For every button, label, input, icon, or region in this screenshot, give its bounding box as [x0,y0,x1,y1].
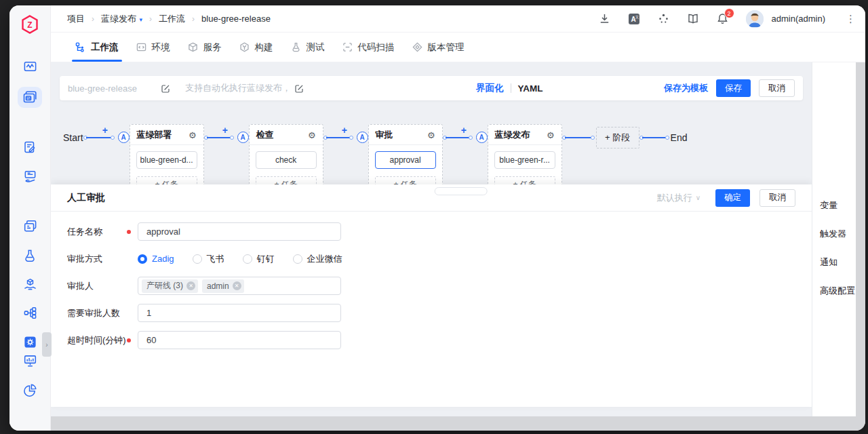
sidebar-collapse-handle[interactable]: › [42,332,52,357]
add-stage-plus-icon[interactable]: + [222,125,228,136]
radio-wecom[interactable]: 企业微信 [293,253,342,265]
confirm-button[interactable]: 确定 [715,189,750,207]
pipeline-end-label: End [671,132,688,143]
add-stage-button[interactable]: + 阶段 [596,127,639,149]
task-blue-green-deploy[interactable]: blue-green-d... [136,151,197,169]
timeout-input[interactable] [138,331,341,349]
approval-marker-icon[interactable]: A [237,132,249,143]
breadcrumb: 项目 › 蓝绿发布 ▾ › 工作流 › blue-gree-release [67,13,271,25]
tab-code-scan[interactable]: 代码扫描 [334,33,403,62]
tab-version[interactable]: 版本管理 [403,33,473,62]
approval-config-panel: 人工审批 默认执行∨ 确定 取消 任务名称 审批方式 [51,184,812,407]
workflow-description-text: 支持自动化执行蓝绿发布， [185,82,291,94]
build-icon [239,42,250,52]
stage-card-approval[interactable]: 审批⚙ approval + 任务 [368,124,443,193]
svg-text:文: 文 [635,14,639,18]
sidebar-item-settings[interactable] [18,333,41,351]
tab-workflow[interactable]: 工作流 [66,33,127,62]
stage-card-blue-green-deploy[interactable]: 蓝绿部署⚙ blue-green-d... + 任务 [130,124,204,193]
stage-settings-gear-icon[interactable]: ⚙ [189,131,197,140]
approval-marker-icon[interactable]: A [357,132,368,143]
panel-cancel-button[interactable]: 取消 [760,189,795,207]
pipeline-start-label: Start [63,132,83,143]
sidebar-item-artifact[interactable] [18,276,41,294]
timeout-label: 超时时间(分钟) [67,334,127,347]
workflow-settings-nav: 变量 触发器 通知 高级配置 [812,62,856,416]
radio-dingtalk[interactable]: 钉钉 [243,253,275,265]
stage-card-check[interactable]: 检查⚙ check + 任务 [249,124,323,193]
stage-connector [639,124,671,151]
radio-feishu[interactable]: 飞书 [193,253,224,265]
toggle-divider [511,83,511,93]
zadig-logo-icon[interactable]: Z [20,14,40,37]
nav-triggers[interactable]: 触发器 [820,228,856,240]
translate-icon[interactable]: A文 [628,13,640,25]
sidebar-item-test[interactable] [18,246,41,264]
top-header: 项目 › 蓝绿发布 ▾ › 工作流 › blue-gree-release A文 [51,5,865,33]
sidebar-item-release-plan[interactable] [18,138,41,156]
share-dots-icon[interactable] [658,13,669,24]
stage-settings-gear-icon[interactable]: ⚙ [427,131,435,140]
exec-mode-dropdown[interactable]: 默认执行∨ [657,192,701,204]
add-stage-plus-icon[interactable]: + [461,125,467,136]
edit-description-icon[interactable] [295,84,304,93]
stage-settings-gear-icon[interactable]: ⚙ [547,131,555,140]
tab-service[interactable]: 服务 [179,33,231,62]
tab-environment[interactable]: 环境 [127,33,179,62]
sidebar-item-environment[interactable] [18,304,41,322]
task-name-label: 任务名称 [67,226,127,238]
download-icon[interactable] [599,13,610,24]
task-approval-selected[interactable]: approval [375,151,436,169]
stage-name: 检查 [256,129,274,141]
approver-count-input[interactable] [138,304,341,322]
breadcrumb-workflows[interactable]: 工作流 [159,13,185,25]
breadcrumb-projects[interactable]: 项目 [67,13,85,25]
save-button[interactable]: 保存 [716,79,751,97]
sidebar-item-delivery[interactable] [18,167,41,186]
sidebar-item-template-library[interactable] [18,217,41,235]
nav-advanced-config[interactable]: 高级配置 [820,285,856,297]
stage-card-blue-green-release[interactable]: 蓝绿发布⚙ blue-green-r... + 任务 [488,124,562,193]
tab-test[interactable]: 测试 [282,33,334,62]
task-check[interactable]: check [256,151,317,169]
stage-settings-gear-icon[interactable]: ⚙ [308,131,316,140]
sidebar-item-statistics[interactable] [18,381,41,399]
approval-marker-icon[interactable]: A [118,132,130,143]
remove-tag-icon[interactable]: ✕ [186,281,195,290]
stage-name: 蓝绿部署 [137,129,172,141]
task-blue-green-release[interactable]: blue-green-r... [494,151,555,169]
sidebar-item-projects[interactable]: PM [18,87,42,108]
view-ui-toggle[interactable]: 界面化 [476,82,504,94]
nav-variables[interactable]: 变量 [820,199,856,212]
form-row-approve-type: 审批方式 Zadig 飞书 钉钉 企业微信 [67,250,795,268]
user-name[interactable]: admin(admin) [772,14,825,24]
radio-zadig[interactable]: Zadig [138,254,174,264]
save-as-template-button[interactable]: 保存为模板 [664,82,708,94]
breadcrumb-project-name[interactable]: 蓝绿发布 ▾ [101,13,142,25]
required-marker [127,230,131,234]
add-stage-plus-icon[interactable]: + [342,125,347,136]
remove-tag-icon[interactable]: ✕ [233,281,241,290]
app-window: Z PM [9,5,865,431]
more-menu-icon[interactable]: ⋮ [846,13,856,25]
view-yaml-toggle[interactable]: YAML [518,83,543,94]
approvers-input[interactable]: 产研线 (3)✕ admin✕ [138,277,341,295]
add-stage-plus-icon[interactable]: + [102,125,108,136]
approval-marker-icon[interactable]: A [476,132,488,143]
panel-collapse-handle[interactable] [435,187,488,195]
cancel-button[interactable]: 取消 [759,79,795,97]
stage-name: 蓝绿发布 [495,129,530,141]
environment-icon [136,42,146,52]
docs-book-icon[interactable] [687,13,699,24]
approver-count-label: 需要审批人数 [67,307,127,319]
tab-build[interactable]: 构建 [231,33,282,62]
task-name-input[interactable] [138,222,341,241]
sidebar-item-dashboard[interactable] [18,58,41,76]
edit-name-icon[interactable] [161,84,170,93]
user-avatar[interactable] [746,10,764,28]
breadcrumb-separator: › [149,14,152,24]
sidebar-item-data-insight[interactable] [18,351,41,370]
nav-notifications[interactable]: 通知 [820,256,856,269]
bell-icon[interactable]: 2 [717,13,728,24]
approve-type-label: 审批方式 [67,253,127,265]
